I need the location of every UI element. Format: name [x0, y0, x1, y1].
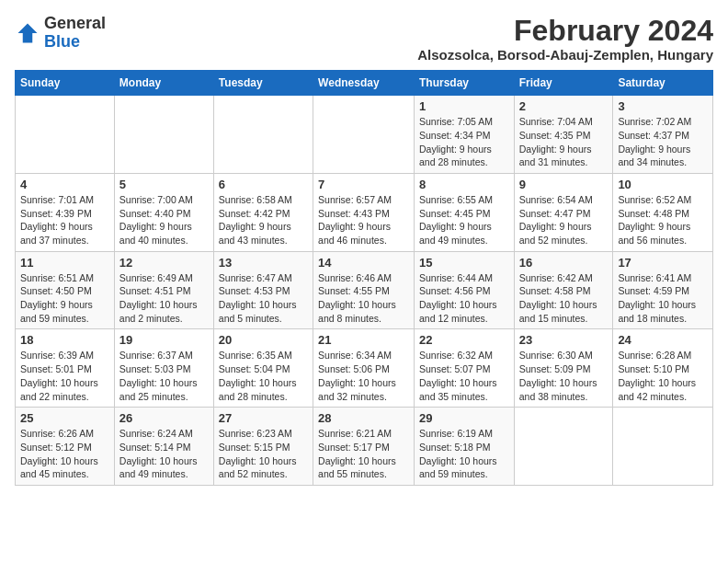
day-detail: Sunrise: 6:51 AM Sunset: 4:50 PM Dayligh…	[20, 271, 109, 326]
day-number: 28	[318, 411, 409, 425]
day-detail: Sunrise: 6:30 AM Sunset: 5:09 PM Dayligh…	[519, 349, 609, 403]
subtitle: Alsozsolca, Borsod-Abauj-Zemplen, Hungar…	[417, 47, 713, 63]
calendar-cell: 5Sunrise: 7:00 AM Sunset: 4:40 PM Daylig…	[114, 173, 213, 251]
calendar-week-3: 11Sunrise: 6:51 AM Sunset: 4:50 PM Dayli…	[16, 251, 713, 329]
day-number: 17	[618, 256, 708, 270]
calendar-cell: 2Sunrise: 7:04 AM Sunset: 4:35 PM Daylig…	[514, 96, 613, 174]
calendar-cell: 23Sunrise: 6:30 AM Sunset: 5:09 PM Dayli…	[514, 329, 613, 408]
day-number: 13	[219, 256, 308, 270]
day-number: 25	[20, 411, 109, 425]
day-number: 2	[519, 99, 609, 113]
day-number: 19	[119, 333, 209, 347]
calendar-cell: 19Sunrise: 6:37 AM Sunset: 5:03 PM Dayli…	[114, 329, 213, 408]
calendar-week-4: 18Sunrise: 6:39 AM Sunset: 5:01 PM Dayli…	[16, 329, 713, 408]
calendar-week-2: 4Sunrise: 7:01 AM Sunset: 4:39 PM Daylig…	[16, 173, 713, 251]
calendar-cell: 20Sunrise: 6:35 AM Sunset: 5:04 PM Dayli…	[213, 329, 313, 408]
calendar-cell: 10Sunrise: 6:52 AM Sunset: 4:48 PM Dayli…	[613, 173, 713, 251]
day-number: 22	[419, 333, 509, 347]
day-detail: Sunrise: 6:55 AM Sunset: 4:45 PM Dayligh…	[419, 193, 509, 247]
day-detail: Sunrise: 6:24 AM Sunset: 5:14 PM Dayligh…	[119, 427, 209, 481]
calendar-cell: 12Sunrise: 6:49 AM Sunset: 4:51 PM Dayli…	[114, 251, 213, 329]
page-header: General Blue February 2024 Alsozsolca, B…	[15, 15, 713, 63]
svg-marker-0	[18, 23, 38, 42]
calendar-cell: 15Sunrise: 6:44 AM Sunset: 4:56 PM Dayli…	[414, 251, 514, 329]
calendar-cell: 17Sunrise: 6:41 AM Sunset: 4:59 PM Dayli…	[613, 251, 713, 329]
calendar-cell: 4Sunrise: 7:01 AM Sunset: 4:39 PM Daylig…	[16, 173, 115, 251]
day-detail: Sunrise: 6:37 AM Sunset: 5:03 PM Dayligh…	[119, 349, 209, 403]
day-detail: Sunrise: 6:32 AM Sunset: 5:07 PM Dayligh…	[419, 349, 509, 403]
title-section: February 2024 Alsozsolca, Borsod-Abauj-Z…	[417, 15, 713, 63]
calendar-header-row: SundayMondayTuesdayWednesdayThursdayFrid…	[16, 71, 713, 96]
day-detail: Sunrise: 7:01 AM Sunset: 4:39 PM Dayligh…	[20, 193, 109, 247]
column-header-saturday: Saturday	[613, 71, 713, 96]
calendar-cell: 27Sunrise: 6:23 AM Sunset: 5:15 PM Dayli…	[213, 408, 313, 486]
day-number: 3	[618, 99, 708, 113]
calendar-cell: 6Sunrise: 6:58 AM Sunset: 4:42 PM Daylig…	[213, 173, 313, 251]
calendar-week-1: 1Sunrise: 7:05 AM Sunset: 4:34 PM Daylig…	[16, 96, 713, 174]
day-number: 23	[519, 333, 609, 347]
day-detail: Sunrise: 6:19 AM Sunset: 5:18 PM Dayligh…	[419, 427, 509, 481]
day-number: 21	[318, 333, 409, 347]
calendar-cell: 22Sunrise: 6:32 AM Sunset: 5:07 PM Dayli…	[414, 329, 514, 408]
day-detail: Sunrise: 6:54 AM Sunset: 4:47 PM Dayligh…	[519, 193, 609, 247]
calendar-week-5: 25Sunrise: 6:26 AM Sunset: 5:12 PM Dayli…	[16, 408, 713, 486]
column-header-sunday: Sunday	[16, 71, 115, 96]
calendar-cell	[313, 96, 415, 174]
calendar-cell	[16, 96, 115, 174]
day-detail: Sunrise: 6:49 AM Sunset: 4:51 PM Dayligh…	[119, 271, 209, 326]
calendar-cell: 24Sunrise: 6:28 AM Sunset: 5:10 PM Dayli…	[613, 329, 713, 408]
calendar-cell: 7Sunrise: 6:57 AM Sunset: 4:43 PM Daylig…	[313, 173, 415, 251]
column-header-monday: Monday	[114, 71, 213, 96]
day-detail: Sunrise: 6:28 AM Sunset: 5:10 PM Dayligh…	[618, 349, 708, 403]
column-header-wednesday: Wednesday	[313, 71, 415, 96]
calendar-cell: 25Sunrise: 6:26 AM Sunset: 5:12 PM Dayli…	[16, 408, 115, 486]
day-detail: Sunrise: 7:00 AM Sunset: 4:40 PM Dayligh…	[119, 193, 209, 247]
day-number: 18	[20, 333, 109, 347]
day-number: 9	[519, 178, 609, 191]
day-number: 4	[20, 178, 109, 191]
day-number: 8	[419, 178, 509, 191]
day-number: 15	[419, 256, 509, 270]
day-detail: Sunrise: 6:34 AM Sunset: 5:06 PM Dayligh…	[318, 349, 409, 403]
calendar-cell: 1Sunrise: 7:05 AM Sunset: 4:34 PM Daylig…	[414, 96, 514, 174]
day-detail: Sunrise: 6:42 AM Sunset: 4:58 PM Dayligh…	[519, 271, 609, 326]
calendar-cell: 8Sunrise: 6:55 AM Sunset: 4:45 PM Daylig…	[414, 173, 514, 251]
day-number: 24	[618, 333, 708, 347]
column-header-friday: Friday	[514, 71, 613, 96]
calendar-cell: 18Sunrise: 6:39 AM Sunset: 5:01 PM Dayli…	[16, 329, 115, 408]
calendar-cell	[114, 96, 213, 174]
day-detail: Sunrise: 6:58 AM Sunset: 4:42 PM Dayligh…	[219, 193, 308, 247]
calendar-cell: 9Sunrise: 6:54 AM Sunset: 4:47 PM Daylig…	[514, 173, 613, 251]
day-detail: Sunrise: 6:26 AM Sunset: 5:12 PM Dayligh…	[20, 427, 109, 481]
calendar-cell: 29Sunrise: 6:19 AM Sunset: 5:18 PM Dayli…	[414, 408, 514, 486]
day-detail: Sunrise: 6:39 AM Sunset: 5:01 PM Dayligh…	[20, 349, 109, 403]
logo-text: General Blue	[44, 15, 106, 52]
day-number: 5	[119, 178, 209, 191]
day-detail: Sunrise: 6:44 AM Sunset: 4:56 PM Dayligh…	[419, 271, 509, 326]
day-number: 12	[119, 256, 209, 270]
day-detail: Sunrise: 6:57 AM Sunset: 4:43 PM Dayligh…	[318, 193, 409, 247]
day-number: 20	[219, 333, 308, 347]
day-number: 6	[219, 178, 308, 191]
day-detail: Sunrise: 6:46 AM Sunset: 4:55 PM Dayligh…	[318, 271, 409, 326]
day-detail: Sunrise: 7:05 AM Sunset: 4:34 PM Dayligh…	[419, 115, 509, 169]
day-detail: Sunrise: 6:41 AM Sunset: 4:59 PM Dayligh…	[618, 271, 708, 326]
day-number: 10	[618, 178, 708, 191]
calendar-cell	[613, 408, 713, 486]
calendar-cell: 21Sunrise: 6:34 AM Sunset: 5:06 PM Dayli…	[313, 329, 415, 408]
column-header-tuesday: Tuesday	[213, 71, 313, 96]
column-header-thursday: Thursday	[414, 71, 514, 96]
day-number: 14	[318, 256, 409, 270]
day-number: 7	[318, 178, 409, 191]
calendar-cell: 11Sunrise: 6:51 AM Sunset: 4:50 PM Dayli…	[16, 251, 115, 329]
day-number: 27	[219, 411, 308, 425]
day-number: 29	[419, 411, 509, 425]
day-number: 16	[519, 256, 609, 270]
main-title: February 2024	[417, 15, 713, 47]
day-detail: Sunrise: 7:02 AM Sunset: 4:37 PM Dayligh…	[618, 115, 708, 169]
day-detail: Sunrise: 7:04 AM Sunset: 4:35 PM Dayligh…	[519, 115, 609, 169]
calendar-cell	[213, 96, 313, 174]
day-number: 1	[419, 99, 509, 113]
calendar-cell: 13Sunrise: 6:47 AM Sunset: 4:53 PM Dayli…	[213, 251, 313, 329]
day-detail: Sunrise: 6:52 AM Sunset: 4:48 PM Dayligh…	[618, 193, 708, 247]
